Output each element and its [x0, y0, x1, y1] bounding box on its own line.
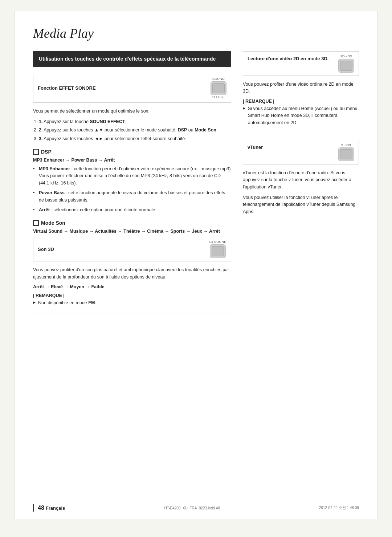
- lecture-2d-3d-row: Lecture d'une vidéo 2D en mode 3D. 2D→3D: [243, 51, 359, 76]
- vtuner-btn-shape: [338, 147, 354, 161]
- lecture-2d-3d-section: Lecture d'une vidéo 2D en mode 3D. 2D→3D…: [243, 51, 359, 126]
- footer-page-number: 48: [38, 505, 44, 511]
- footer-language: Français: [46, 505, 65, 511]
- section-header: Utilisation des touches de contrôle d'ef…: [33, 51, 231, 67]
- vtuner-button: vTuner: [338, 143, 354, 161]
- son-3d-btn-top-label: 3D SOUND: [209, 240, 226, 244]
- mode-son-title: Mode Son: [33, 220, 231, 226]
- right-divider-2: [243, 222, 359, 222]
- footer-file: HT-E4200_XU_FRA_0223.indd 48: [164, 506, 220, 510]
- sound-effect-btn-top-label: SOUND: [212, 77, 225, 81]
- mode-son-arrow: Virtual Sound → Musique → Actualités → T…: [33, 229, 231, 234]
- son-3d-label: Son 3D: [38, 247, 54, 252]
- footer-bar: [33, 504, 34, 512]
- son-3d-row: Son 3D 3D SOUND: [33, 237, 231, 261]
- 2d-3d-button: 2D→3D: [338, 54, 354, 73]
- sound-effect-btn-bottom-label: EFFECT: [212, 95, 225, 99]
- sound-effect-button: SOUND EFFECT: [211, 77, 226, 99]
- dsp-arrow-chain: MP3 Enhancer → Power Bass → Arrêt: [33, 158, 231, 163]
- step-2: 2. Appuyez sur les touches ▲▼ pour sélec…: [39, 127, 231, 134]
- right-divider-1: [243, 133, 359, 133]
- dsp-bullet-2: Power Bass : cette fonction augmente le …: [33, 190, 231, 204]
- sound-effect-btn-inner: [212, 83, 225, 93]
- page-title: Media Play: [33, 26, 359, 41]
- step-1: 1. Appuyez sur la touche SOUND EFFECT.: [39, 118, 231, 125]
- footer-page: 48 Français: [33, 504, 65, 512]
- 2d-3d-btn-top-label: 2D→3D: [340, 54, 352, 58]
- lecture-2d-3d-label: Lecture d'une vidéo 2D en mode 3D.: [248, 54, 328, 61]
- son-3d-btn-inner: [212, 246, 224, 256]
- remarque-item: Non disponible en mode FM.: [33, 300, 231, 306]
- sound-effect-btn-shape: [211, 81, 226, 95]
- dsp-bullet-1: MP3 Enhancer : cette fonction permet d'o…: [33, 166, 231, 187]
- fonction-effet-sonore-row: Fonction EFFET SONORE SOUND EFFECT: [33, 74, 231, 103]
- footer: 48 Français HT-E4200_XU_FRA_0223.indd 48…: [33, 504, 359, 512]
- 2d-3d-btn-shape: [338, 59, 354, 73]
- 2d-3d-btn-inner: [340, 61, 352, 71]
- fonction-effet-sonore-label: Fonction EFFET SONORE: [38, 85, 96, 91]
- right-remarque-item: Si vous accédez au menu Home (Accueil) o…: [243, 105, 359, 126]
- footer-date: 2012-02-24 오전 1:48:09: [319, 505, 359, 510]
- step-3: 3. Appuyez sur les touches ◄► pour sélec…: [39, 135, 231, 142]
- son-3d-btn-shape: [210, 244, 226, 258]
- dsp-title: DSP: [33, 149, 231, 155]
- son-3d-arrow: Arrêt → Elevé → Moyen → Faible: [33, 284, 231, 289]
- right-remarque-box: | REMARQUE | Si vous accédez au menu Hom…: [243, 99, 359, 126]
- remarque-box: | REMARQUE | Non disponible en mode FM.: [33, 293, 231, 306]
- body-text-1: Vous permet de sélectionner un mode qui …: [33, 108, 231, 115]
- son-3d-body: Vous pouvez profiter d'un son plus natur…: [33, 267, 231, 281]
- vtuner-btn-inner: [340, 149, 352, 159]
- right-column: Lecture d'une vidéo 2D en mode 3D. 2D→3D…: [243, 51, 359, 320]
- page: Media Play Utilisation des touches de co…: [15, 11, 377, 519]
- left-column: Utilisation des touches de contrôle d'ef…: [33, 51, 231, 320]
- left-divider: [33, 313, 231, 313]
- remarque-title: | REMARQUE |: [33, 293, 231, 298]
- lecture-2d-3d-body: Vous pouvez profiter d'une vidéo ordinai…: [243, 81, 359, 95]
- vtuner-row: vTuner vTuner: [243, 140, 359, 164]
- vtuner-label: vTuner: [248, 143, 263, 150]
- steps-list: 1. Appuyez sur la touche SOUND EFFECT. 2…: [39, 118, 231, 142]
- son-3d-button: 3D SOUND: [209, 240, 226, 258]
- vtuner-body-2: Vous pouvez utiliser la fonction vTuner …: [243, 194, 359, 215]
- vtuner-section: vTuner vTuner vTuner est la fonction d'é…: [243, 140, 359, 215]
- dsp-bullet-3: Arrêt : sélectionnez cette option pour u…: [33, 207, 231, 213]
- dsp-bullets: MP3 Enhancer : cette fonction permet d'o…: [33, 166, 231, 213]
- right-remarque-title: | REMARQUE |: [243, 99, 359, 104]
- vtuner-btn-top-label: vTuner: [341, 143, 351, 147]
- vtuner-body-1: vTuner est la fonction d'écoute d'une ra…: [243, 170, 359, 191]
